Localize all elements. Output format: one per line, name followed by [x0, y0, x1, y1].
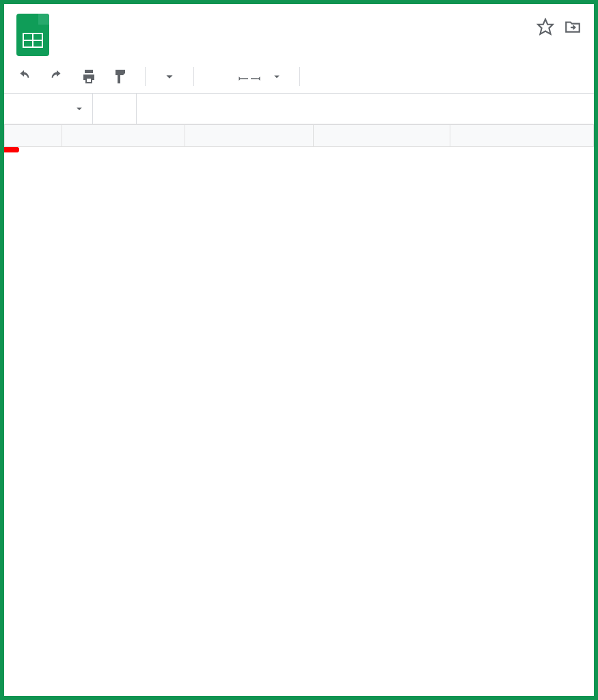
selection-outline — [4, 147, 8, 151]
toolbar — [4, 60, 594, 93]
col-header-D[interactable] — [450, 125, 594, 147]
col-header-C[interactable] — [314, 125, 450, 147]
toolbar-separator — [193, 67, 194, 86]
print-button[interactable] — [77, 66, 101, 88]
paint-format-button[interactable] — [108, 66, 133, 88]
select-all-corner[interactable] — [5, 125, 62, 147]
fx-label — [93, 94, 137, 124]
name-box[interactable] — [4, 94, 93, 124]
range-bracket — [4, 147, 19, 152]
decrease-decimals-button[interactable] — [236, 74, 245, 79]
svg-rect-1 — [87, 79, 91, 82]
title-actions — [536, 14, 582, 36]
undo-button[interactable] — [11, 66, 37, 87]
svg-marker-0 — [538, 19, 553, 34]
formula-bar-row — [4, 93, 594, 124]
star-icon[interactable] — [536, 18, 554, 36]
title-wrap — [59, 14, 527, 18]
zoom-dropdown[interactable] — [158, 66, 181, 87]
toolbar-separator — [145, 67, 146, 86]
formula-input[interactable] — [137, 94, 594, 124]
sheets-logo-icon — [16, 14, 49, 56]
font-dropdown[interactable] — [312, 74, 321, 79]
toolbar-separator — [299, 67, 300, 86]
header-bar — [4, 4, 594, 60]
col-header-B[interactable] — [185, 125, 314, 147]
col-header-A[interactable] — [62, 125, 185, 147]
chevron-down-icon — [73, 103, 85, 115]
percent-button[interactable] — [221, 74, 230, 79]
sheet-area — [4, 124, 594, 147]
redo-button[interactable] — [44, 66, 70, 87]
increase-decimals-button[interactable] — [252, 74, 260, 79]
move-folder-icon[interactable] — [564, 18, 582, 36]
number-format-dropdown[interactable] — [267, 66, 287, 87]
currency-button[interactable] — [206, 74, 215, 79]
spreadsheet-grid[interactable] — [4, 124, 594, 147]
